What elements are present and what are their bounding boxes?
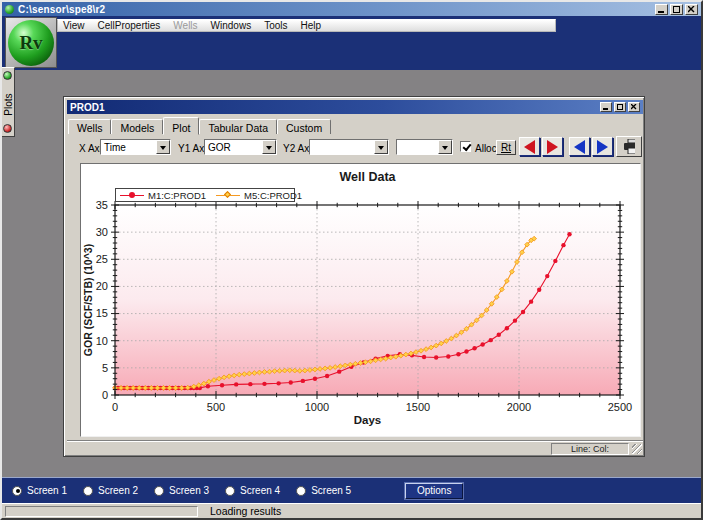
next-red-button[interactable] [542,137,563,156]
screen-2-label: Screen 2 [98,485,138,496]
screen-bar: Screen 1 Screen 2 Screen 3 Screen 4 Scre… [2,477,701,503]
y2-axis-value [310,140,374,154]
alloc-checkbox[interactable] [460,141,471,152]
prev-blue-button[interactable] [569,137,590,156]
y-axis-title: GOR (SCF/STB) (10^3) [82,244,94,356]
chevron-down-icon [378,146,384,153]
minimize-button[interactable] [655,4,668,15]
plot-window: PROD1 Wells Models Plot Tabular Data Cus… [63,96,645,457]
y2-axis-dropdown-button[interactable] [374,140,388,154]
chart-legend: M1:C:PROD1 M5:C:PROD1 [115,188,295,202]
plot-restore-button[interactable] [614,102,626,112]
plot-window-title-bar: PROD1 [67,100,643,114]
svg-text:5: 5 [102,362,108,374]
svg-text:0: 0 [102,389,108,401]
logo-text: Rv [19,32,42,54]
svg-text:2000: 2000 [507,401,531,413]
extra-dropdown-button[interactable] [438,140,452,154]
progress-box [5,506,198,517]
svg-text:20: 20 [96,280,108,292]
m5-line-swatch [216,195,240,196]
menu-bar: View CellProperties Wells Windows Tools … [57,19,556,32]
chart-title: Well Data [339,170,396,184]
svg-text:30: 30 [96,226,108,238]
radio-icon[interactable] [154,486,164,496]
prev-red-button[interactable] [519,137,540,156]
m1-marker-icon [129,192,135,198]
plot-close-button[interactable] [628,102,640,112]
next-blue-button[interactable] [592,137,613,156]
x-axis-title: Days [354,414,382,426]
red-arrow-right-icon [547,140,558,154]
y1-axis-select[interactable]: GOR [204,139,277,155]
tab-plot[interactable]: Plot [163,117,199,135]
window-title: C:\sensor\spe8\r2 [18,4,105,15]
radio-icon[interactable] [12,486,22,496]
m5-marker-icon [224,190,231,197]
x-axis-dropdown-button[interactable] [156,140,170,154]
rt-button[interactable]: Rt [496,140,516,155]
screen-5-radio-item[interactable]: Screen 5 [296,485,351,496]
plot-window-title: PROD1 [70,102,104,113]
chevron-down-icon [442,146,448,153]
plots-tab-label: Plots [3,89,14,121]
tab-models[interactable]: Models [111,119,163,134]
svg-text:35: 35 [96,199,108,211]
menu-item-view[interactable]: View [63,20,85,31]
radio-icon[interactable] [296,486,306,496]
app-icon [5,5,14,14]
y2-axis-select[interactable] [309,139,389,155]
options-button[interactable]: Options [405,483,463,499]
screen-4-radio-item[interactable]: Screen 4 [225,485,280,496]
print-button[interactable] [616,136,642,157]
svg-text:25: 25 [96,253,108,265]
screen-2-radio-item[interactable]: Screen 2 [83,485,138,496]
screen-1-label: Screen 1 [27,485,67,496]
chevron-down-icon [266,146,272,153]
red-arrow-left-icon [524,140,535,154]
menu-item-windows[interactable]: Windows [211,20,252,31]
screen-3-radio-item[interactable]: Screen 3 [154,485,209,496]
menu-item-wells: Wells [173,20,197,31]
alloc-label: Alloc [475,143,497,154]
status-text: Loading results [210,505,281,517]
radio-icon[interactable] [83,486,93,496]
chart-panel: 0500100015002000250005101520253035Well D… [80,163,641,437]
extra-select[interactable] [396,139,453,155]
x-axis-select[interactable]: Time [100,139,171,155]
plot-window-status-bar: Line: Col: [67,440,643,455]
svg-text:2500: 2500 [608,401,632,413]
close-button[interactable] [685,4,698,15]
legend-entry-m1: M1:C:PROD1 [120,190,206,201]
resize-grip[interactable] [632,444,642,454]
legend-entry-m5: M5:C:PROD1 [216,190,302,201]
svg-text:1500: 1500 [406,401,430,413]
tab-custom[interactable]: Custom [277,119,331,134]
extra-select-value [397,140,438,154]
plot-minimize-button[interactable] [600,102,612,112]
blue-arrow-left-icon [574,140,585,154]
tab-wells[interactable]: Wells [68,119,111,134]
plot-background [115,205,620,395]
blue-arrow-right-icon [597,140,608,154]
status-bar: Loading results [2,503,701,518]
app-logo: Rv [5,17,57,68]
svg-text:500: 500 [207,401,225,413]
sidebar-tab-plots[interactable]: Plots [0,67,15,137]
y1-axis-dropdown-button[interactable] [262,140,276,154]
menu-item-help[interactable]: Help [301,20,322,31]
green-status-icon [3,71,12,80]
menu-item-cellproperties[interactable]: CellProperties [98,20,161,31]
svg-text:1000: 1000 [305,401,329,413]
tab-tabular-data[interactable]: Tabular Data [199,119,277,134]
maximize-button[interactable] [670,4,683,15]
menu-item-tools[interactable]: Tools [264,20,287,31]
screen-1-radio-item[interactable]: Screen 1 [12,485,67,496]
legend-label-m5: M5:C:PROD1 [244,190,302,201]
line-col-status: Line: Col: [551,443,629,455]
radio-icon[interactable] [225,486,235,496]
plot-window-tabs: Wells Models Plot Tabular Data Custom [68,116,331,134]
title-bar: C:\sensor\spe8\r2 [2,2,701,16]
red-status-icon [3,124,12,133]
screen-4-label: Screen 4 [240,485,280,496]
